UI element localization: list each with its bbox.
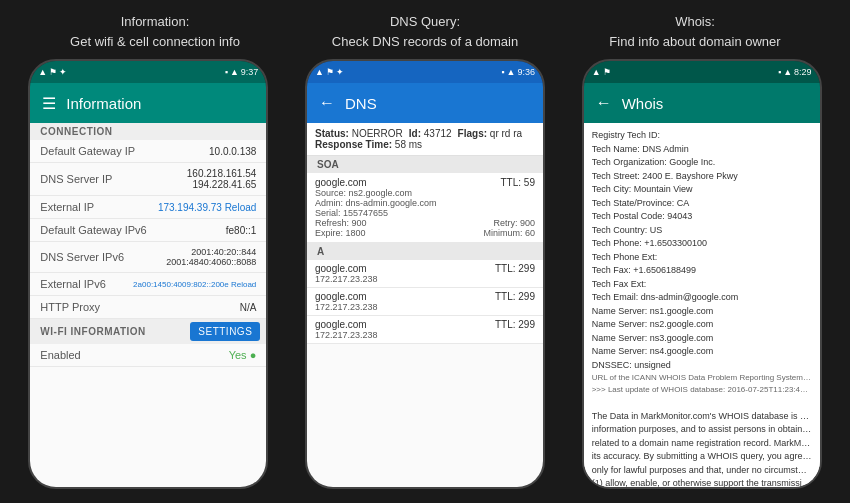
- dns-server-ipv6-row: DNS Server IPv6 2001:40:20::8442001:4840…: [30, 242, 266, 273]
- whois-app-title: Whois: [622, 95, 808, 112]
- dns-soa-source: Source: ns2.google.com: [315, 188, 535, 198]
- dns-id-label: Id: 43712: [409, 128, 452, 139]
- dns-server-ip-row: DNS Server IP 160.218.161.54194.228.41.6…: [30, 163, 266, 196]
- whois-text-block: Registry Tech ID: Tech Name: DNS Admin T…: [584, 123, 820, 487]
- wifi-section-title: WI-FI INFORMATION: [40, 326, 146, 337]
- information-label: Information: Get wifi & cell connection …: [20, 12, 290, 51]
- gateway-ipv6-label: Default Gateway IPv6: [40, 224, 146, 236]
- info-bt-icon: ✦: [59, 67, 67, 77]
- whois-line-9: Tech Phone Ext:: [592, 251, 812, 265]
- whois-line-8: Tech Phone: +1.6503300100: [592, 237, 812, 251]
- dns-phone: ▲ ⚑ ✦ ▪ ▲ 9:36 ← DNS Status: NOERROR: [305, 59, 545, 489]
- wifi-enabled-label: Enabled: [40, 349, 80, 361]
- dns-a-2-domain: google.com: [315, 291, 367, 302]
- whois-content: Registry Tech ID: Tech Name: DNS Admin T…: [584, 123, 820, 487]
- dns-soa-expire: Expire: 1800: [315, 228, 366, 238]
- top-labels-row: Information: Get wifi & cell connection …: [0, 0, 850, 59]
- gateway-ip-value: 10.0.0.138: [209, 146, 256, 157]
- dns-soa-serial: Serial: 155747655: [315, 208, 535, 218]
- http-proxy-row: HTTP Proxy N/A: [30, 296, 266, 319]
- whois-line-19: >>> Last update of WHOIS database: 2016-…: [592, 384, 812, 396]
- dns-soa-ttl: TTL: 59: [501, 177, 535, 188]
- info-battery-icon: ▪: [225, 67, 228, 77]
- info-status-left: ▲ ⚑ ✦: [38, 67, 67, 77]
- whois-line-18: URL of the ICANN WHOIS Data Problem Repo…: [592, 372, 812, 384]
- dns-status-bar: ▲ ⚑ ✦ ▪ ▲ 9:36: [307, 61, 543, 83]
- information-title: Information:: [20, 12, 290, 32]
- dns-app-title: DNS: [345, 95, 531, 112]
- whois-subtitle: Find info about domain owner: [560, 32, 830, 52]
- gateway-ip-row: Default Gateway IP 10.0.0.138: [30, 140, 266, 163]
- info-signal2-icon: ▲: [230, 67, 239, 77]
- gateway-ipv6-value: fe80::1: [226, 225, 257, 236]
- dns-time: 9:36: [517, 67, 535, 77]
- dns-battery-icon: ▪: [501, 67, 504, 77]
- external-ip-value[interactable]: 173.194.39.73 Reload: [158, 202, 256, 213]
- whois-line-22: information purposes, and to assist pers…: [592, 423, 812, 437]
- dns-soa-retry: Retry: 900: [493, 218, 535, 228]
- whois-status-left: ▲ ⚑: [592, 67, 611, 77]
- info-app-title: Information: [66, 95, 254, 112]
- whois-line-23: related to a domain name registration re…: [592, 437, 812, 451]
- dns-server-ipv6-value: 2001:40:20::8442001:4840:4060::8088: [166, 247, 256, 267]
- whois-line-11: Tech Fax Ext:: [592, 278, 812, 292]
- dns-soa-admin: Admin: dns-admin.google.com: [315, 198, 535, 208]
- whois-battery-icon: ▪: [778, 67, 781, 77]
- http-proxy-value: N/A: [240, 302, 257, 313]
- info-menu-icon[interactable]: ☰: [42, 94, 56, 113]
- dns-bt-icon: ✦: [336, 67, 344, 77]
- dns-a-entry-1: google.com TTL: 299 172.217.23.238: [307, 260, 543, 288]
- dns-soa-refresh-retry: Refresh: 900 Retry: 900: [315, 218, 535, 228]
- phones-row: ▲ ⚑ ✦ ▪ ▲ 9:37 ☰ Information CONNECTION …: [0, 59, 850, 503]
- dns-signal2-icon: ▲: [507, 67, 516, 77]
- dns-status-row: Status: NOERROR Id: 43712 Flags: qr rd r…: [307, 123, 543, 156]
- dns-back-icon[interactable]: ←: [319, 94, 335, 112]
- whois-line-1: Tech Name: DNS Admin: [592, 143, 812, 157]
- whois-line-20: [592, 396, 812, 410]
- external-ipv6-label: External IPv6: [40, 278, 105, 290]
- dns-response-label: Response Time: 58 ms: [315, 139, 422, 150]
- whois-line-12: Tech Email: dns-admin@google.com: [592, 291, 812, 305]
- info-status-bar: ▲ ⚑ ✦ ▪ ▲ 9:37: [30, 61, 266, 83]
- external-ip-row: External IP 173.194.39.73 Reload: [30, 196, 266, 219]
- dns-server-ip-label: DNS Server IP: [40, 173, 112, 185]
- whois-line-15: Name Server: ns3.google.com: [592, 332, 812, 346]
- info-signal-icon: ▲: [38, 67, 47, 77]
- dns-soa-header: google.com TTL: 59: [315, 177, 535, 188]
- whois-back-icon[interactable]: ←: [596, 94, 612, 112]
- dns-a-3-header: google.com TTL: 299: [315, 319, 535, 330]
- whois-status-right: ▪ ▲ 8:29: [778, 67, 812, 77]
- dns-a-entry-2: google.com TTL: 299 172.217.23.238: [307, 288, 543, 316]
- dns-a-1-header: google.com TTL: 299: [315, 263, 535, 274]
- whois-title: Whois:: [560, 12, 830, 32]
- dns-app-bar: ← DNS: [307, 83, 543, 123]
- whois-line-7: Tech Country: US: [592, 224, 812, 238]
- whois-line-16: Name Server: ns4.google.com: [592, 345, 812, 359]
- whois-line-21: The Data in MarkMonitor.com's WHOIS data…: [592, 410, 812, 424]
- dns-status-label: Status: NOERROR: [315, 128, 403, 139]
- dns-a-2-ip: 172.217.23.238: [315, 302, 535, 312]
- external-ipv6-row: External IPv6 2a00:1450:4009:802::200e R…: [30, 273, 266, 296]
- external-ip-label: External IP: [40, 201, 94, 213]
- dns-a-3-domain: google.com: [315, 319, 367, 330]
- dns-server-ipv6-label: DNS Server IPv6: [40, 251, 124, 263]
- dns-soa-refresh: Refresh: 900: [315, 218, 367, 228]
- whois-time: 8:29: [794, 67, 812, 77]
- info-app-bar: ☰ Information: [30, 83, 266, 123]
- dns-soa-details: Source: ns2.google.com Admin: dns-admin.…: [315, 188, 535, 238]
- external-ipv6-value[interactable]: 2a00:1450:4009:802::200e Reload: [133, 280, 256, 289]
- wifi-settings-button[interactable]: SETTINGS: [190, 322, 260, 341]
- information-subtitle: Get wifi & cell connection info: [20, 32, 290, 52]
- whois-phone: ▲ ⚑ ▪ ▲ 8:29 ← Whois Registry Tech ID: T…: [582, 59, 822, 489]
- wifi-section-header: WI-FI INFORMATION SETTINGS: [30, 319, 266, 344]
- dns-subtitle: Check DNS records of a domain: [290, 32, 560, 52]
- information-phone: ▲ ⚑ ✦ ▪ ▲ 9:37 ☰ Information CONNECTION …: [28, 59, 268, 489]
- dns-label: DNS Query: Check DNS records of a domain: [290, 12, 560, 51]
- dns-signal-icon: ▲: [315, 67, 324, 77]
- whois-line-6: Tech Postal Code: 94043: [592, 210, 812, 224]
- whois-status-bar: ▲ ⚑ ▪ ▲ 8:29: [584, 61, 820, 83]
- whois-line-0: Registry Tech ID:: [592, 129, 812, 143]
- gateway-ip-label: Default Gateway IP: [40, 145, 135, 157]
- whois-app-bar: ← Whois: [584, 83, 820, 123]
- dns-soa-title: SOA: [307, 156, 543, 173]
